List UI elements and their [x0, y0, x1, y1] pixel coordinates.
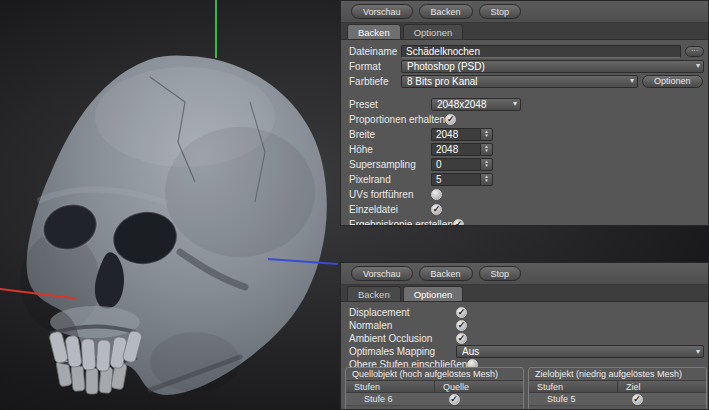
bake-texture-toolbar: Vorschau Backen Stop — [341, 1, 708, 23]
ziel-column-header: Ziel — [618, 381, 706, 392]
displacement-checkbox[interactable]: ✓ — [456, 307, 467, 318]
einzeldatei-row: Einzeldatei ✓ — [349, 202, 704, 216]
farbtiefe-label: Farbtiefe — [349, 76, 401, 87]
app-window: Vorschau Backen Stop Backen Optionen Dat… — [0, 0, 709, 410]
bake-texture-content: Dateiname Schädelknochen ··· Format Phot… — [341, 40, 708, 226]
proportionen-row: Proportionen erhalten ✓ — [349, 112, 704, 126]
format-select[interactable]: Photoshop (PSD) ▾ — [401, 60, 704, 73]
check-icon: ✓ — [458, 334, 466, 343]
hoehe-stepper[interactable]: 2048 ▲▼ — [431, 143, 493, 156]
optimales-mapping-value: Aus — [462, 346, 692, 357]
breite-value: 2048 — [431, 128, 480, 141]
displacement-label: Displacement — [349, 307, 456, 318]
uvs-checkbox[interactable] — [431, 189, 442, 200]
hoehe-label: Höhe — [349, 144, 431, 155]
breite-label: Breite — [349, 129, 431, 140]
preset-label: Preset — [349, 99, 431, 110]
optimales-mapping-row: Optimales Mapping Aus ▾ — [349, 345, 704, 358]
stufen-column-header: Stufen — [529, 381, 618, 392]
stepper-arrows-icon[interactable]: ▲▼ — [480, 173, 493, 186]
quellobjekt-table-row[interactable]: Stufe 6 ✓ — [346, 393, 523, 406]
object-tab-optionen[interactable]: Optionen — [403, 286, 464, 301]
texture-tab-optionen[interactable]: Optionen — [403, 24, 464, 39]
farbtiefe-value: 8 Bits pro Kanal — [407, 76, 626, 87]
format-label: Format — [349, 61, 401, 72]
object-backen-button[interactable]: Backen — [419, 266, 473, 281]
check-icon: ✓ — [447, 114, 455, 123]
hoehe-value: 2048 — [431, 143, 480, 156]
separator — [349, 89, 704, 97]
zielobjekt-table-row[interactable]: Stufe 5 ✓ — [529, 393, 706, 406]
texture-tab-backen[interactable]: Backen — [347, 24, 401, 39]
dateiname-label: Dateiname — [349, 46, 401, 57]
ergebniskopie-label: Ergebniskopie erstellen — [349, 219, 453, 227]
einzeldatei-label: Einzeldatei — [349, 204, 431, 215]
supersampling-value: 0 — [431, 158, 480, 171]
ergebniskopie-checkbox[interactable]: ✓ — [453, 219, 464, 227]
chevron-down-icon: ▾ — [692, 62, 700, 70]
chevron-down-icon: ▾ — [626, 77, 634, 85]
normalen-checkbox[interactable]: ✓ — [456, 320, 467, 331]
stufe-label: Stufe 5 — [529, 394, 622, 404]
format-row: Format Photoshop (PSD) ▾ — [349, 59, 704, 73]
object-tab-backen[interactable]: Backen — [347, 286, 401, 301]
check-icon: ✓ — [455, 219, 463, 226]
stufe-label: Stufe 6 — [346, 394, 439, 404]
optimales-mapping-select[interactable]: Aus ▾ — [456, 345, 704, 358]
optimales-mapping-label: Optimales Mapping — [349, 346, 456, 357]
stepper-arrows-icon[interactable]: ▲▼ — [480, 128, 493, 141]
bake-object-content: Displacement ✓ Normalen ✓ Ambient Occlus… — [341, 302, 708, 371]
bake-object-panel: Vorschau Backen Stop Backen Optionen Dis… — [340, 262, 709, 410]
farbtiefe-optionen-button[interactable]: Optionen — [642, 75, 703, 88]
supersampling-stepper[interactable]: 0 ▲▼ — [431, 158, 493, 171]
quellobjekt-group: Quellobjekt (hoch aufgelöstes Mesh) Stuf… — [345, 367, 524, 410]
skull-model — [0, 42, 345, 410]
preset-value: 2048x2048 — [437, 99, 509, 110]
bake-object-toolbar: Vorschau Backen Stop — [341, 263, 708, 285]
ambient-occlusion-row: Ambient Occlusion ✓ — [349, 332, 704, 345]
chevron-down-icon: ▾ — [692, 348, 700, 356]
preset-select[interactable]: 2048x2048 ▾ — [431, 98, 521, 111]
check-icon: ✓ — [633, 394, 641, 403]
quellobjekt-title: Quellobjekt (hoch aufgelöstes Mesh) — [346, 368, 523, 380]
texture-stop-button[interactable]: Stop — [479, 4, 522, 19]
format-value: Photoshop (PSD) — [407, 61, 692, 72]
supersampling-row: Supersampling 0 ▲▼ — [349, 157, 704, 171]
bake-object-tabbar: Backen Optionen — [341, 285, 708, 302]
bake-texture-panel: Vorschau Backen Stop Backen Optionen Dat… — [340, 0, 709, 226]
chevron-down-icon: ▾ — [509, 100, 517, 108]
texture-backen-button[interactable]: Backen — [419, 4, 473, 19]
quellobjekt-table-header: Stufen Quelle — [346, 380, 523, 393]
texture-vorschau-button[interactable]: Vorschau — [351, 4, 413, 19]
ambient-occlusion-checkbox[interactable]: ✓ — [456, 333, 467, 344]
quelle-checkbox[interactable]: ✓ — [449, 394, 460, 405]
pixelrand-row: Pixelrand 5 ▲▼ — [349, 172, 704, 186]
check-icon: ✓ — [433, 204, 441, 213]
quelle-column-header: Quelle — [435, 381, 523, 392]
farbtiefe-select[interactable]: 8 Bits pro Kanal ▾ — [401, 75, 638, 88]
check-icon: ✓ — [450, 394, 458, 403]
farbtiefe-row: Farbtiefe 8 Bits pro Kanal ▾ Optionen — [349, 74, 704, 88]
check-icon: ✓ — [458, 308, 466, 317]
zielobjekt-table-header: Stufen Ziel — [529, 380, 706, 393]
dateiname-row: Dateiname Schädelknochen ··· — [349, 44, 704, 58]
hoehe-row: Höhe 2048 ▲▼ — [349, 142, 704, 156]
supersampling-label: Supersampling — [349, 159, 431, 170]
browse-button[interactable]: ··· — [685, 46, 704, 57]
stepper-arrows-icon[interactable]: ▲▼ — [480, 143, 493, 156]
pixelrand-label: Pixelrand — [349, 174, 431, 185]
ziel-checkbox[interactable]: ✓ — [632, 394, 643, 405]
pixelrand-stepper[interactable]: 5 ▲▼ — [431, 173, 493, 186]
object-vorschau-button[interactable]: Vorschau — [351, 266, 413, 281]
zielobjekt-title: Zielobjekt (niedrig aufgelöstes Mesh) — [529, 368, 706, 380]
ambient-occlusion-label: Ambient Occlusion — [349, 333, 456, 344]
proportionen-checkbox[interactable]: ✓ — [445, 114, 456, 125]
mesh-groups: Quellobjekt (hoch aufgelöstes Mesh) Stuf… — [341, 367, 709, 410]
einzeldatei-checkbox[interactable]: ✓ — [431, 204, 442, 215]
breite-stepper[interactable]: 2048 ▲▼ — [431, 128, 493, 141]
proportionen-label: Proportionen erhalten — [349, 114, 445, 125]
object-stop-button[interactable]: Stop — [479, 266, 522, 281]
dateiname-input[interactable]: Schädelknochen — [401, 45, 681, 58]
zielobjekt-group: Zielobjekt (niedrig aufgelöstes Mesh) St… — [528, 367, 707, 410]
stepper-arrows-icon[interactable]: ▲▼ — [480, 158, 493, 171]
